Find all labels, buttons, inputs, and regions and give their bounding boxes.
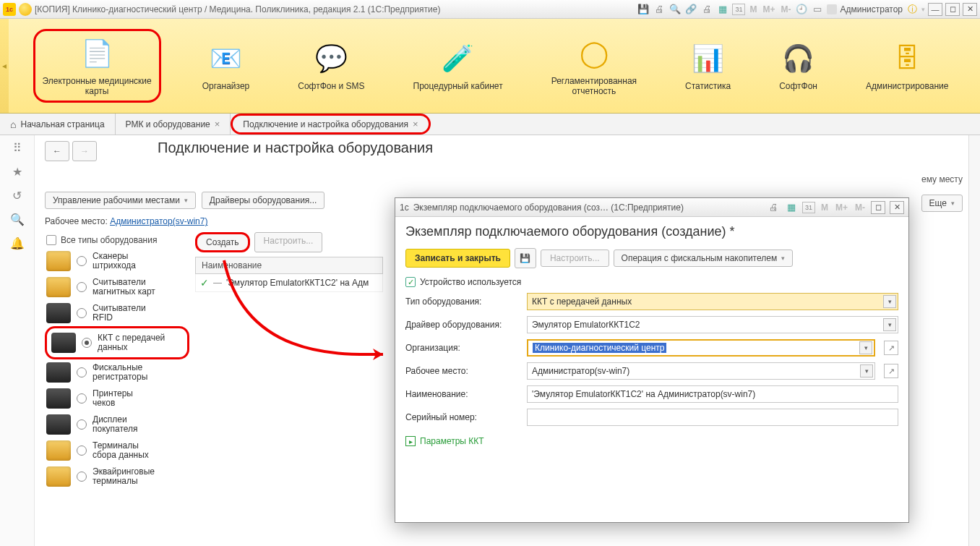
manage-workplaces-button[interactable]: Управление рабочими местами ▾ bbox=[45, 192, 196, 209]
print-icon[interactable]: 🖨 bbox=[768, 201, 781, 214]
module-reporting[interactable]: ◯ Регламентированная отчетность bbox=[544, 31, 644, 101]
module-collapse-left[interactable]: ◂ bbox=[0, 19, 9, 113]
softphone-icon: 🎧 bbox=[781, 40, 817, 77]
configure-button[interactable]: Настроить... bbox=[254, 232, 323, 252]
module-statistics[interactable]: 📊 Статистика bbox=[678, 36, 738, 95]
close-icon[interactable]: × bbox=[413, 119, 418, 129]
organization-select[interactable]: Клинико-диагностический центр ▾ bbox=[527, 339, 875, 357]
link-icon[interactable]: 🔗 bbox=[684, 3, 697, 16]
memory-m-plus[interactable]: M+ bbox=[834, 202, 849, 213]
equipment-type-item[interactable]: Фискальные регистраторы bbox=[45, 359, 189, 385]
search-icon[interactable]: 🔍 bbox=[10, 213, 25, 226]
radio-icon bbox=[77, 308, 87, 318]
save-icon-button[interactable]: 💾 bbox=[515, 248, 536, 268]
memory-m-minus[interactable]: M- bbox=[779, 4, 792, 14]
apps-grid-icon[interactable]: ⠿ bbox=[13, 141, 22, 155]
chevron-down-icon[interactable]: ▾ bbox=[883, 295, 896, 308]
driver-select[interactable]: Эмулятор EmulatorККТ1C2 ▾ bbox=[527, 316, 898, 333]
equipment-thumb-icon bbox=[46, 388, 71, 409]
device-used-checkbox[interactable]: ✓ Устройство используется bbox=[405, 277, 898, 287]
close-button[interactable]: ✕ bbox=[963, 3, 977, 16]
module-softphone[interactable]: 🎧 СофтФон bbox=[772, 36, 825, 95]
all-types-label: Все типы оборудования bbox=[61, 235, 157, 245]
equipment-type-item[interactable]: Считыватели RFID bbox=[45, 300, 189, 326]
chevron-down-icon[interactable]: ▾ bbox=[860, 364, 873, 377]
history-icon[interactable]: ↺ bbox=[12, 189, 22, 202]
module-bar: ◂ 📄 Электронные медицинские карты 📧 Орга… bbox=[0, 19, 980, 114]
notifications-bell-icon[interactable]: 🔔 bbox=[10, 236, 25, 250]
workplace-select[interactable]: Администратор(sv-win7) ▾ bbox=[527, 362, 875, 380]
more-button[interactable]: Еще ▾ bbox=[921, 195, 963, 212]
modal-maximize-button[interactable]: ◻ bbox=[871, 201, 885, 214]
module-organizer[interactable]: 📧 Органайзер bbox=[195, 36, 257, 95]
open-external-icon[interactable]: ↗ bbox=[884, 341, 898, 355]
back-button[interactable]: ← bbox=[45, 141, 69, 161]
drivers-button[interactable]: Драйверы оборудования... bbox=[202, 192, 325, 209]
equipment-type-label: Принтеры чеков bbox=[93, 389, 133, 408]
window-titlebar: 1c [КОПИЯ] Клинико-диагностический центр… bbox=[0, 0, 980, 19]
equipment-type-label: Сканеры штрихкода bbox=[93, 252, 136, 270]
scrollbar[interactable] bbox=[968, 135, 980, 546]
minimize-button[interactable]: — bbox=[928, 3, 942, 16]
calendar-icon[interactable]: 31 bbox=[732, 4, 745, 15]
tab-equipment-setup[interactable]: Подключение и настройка оборудования × bbox=[231, 114, 430, 135]
module-procedures[interactable]: 🧪 Процедурный кабинет bbox=[406, 36, 510, 95]
fiscal-operation-button[interactable]: Операция с фискальным накопителем ▾ bbox=[614, 249, 794, 267]
memory-m-plus[interactable]: M+ bbox=[761, 4, 776, 14]
equipment-type-item[interactable]: Эквайринговые терминалы bbox=[45, 464, 189, 490]
left-rail: ⠿ ★ ↺ 🔍 🔔 bbox=[0, 135, 35, 546]
radio-icon bbox=[77, 393, 87, 404]
memory-m[interactable]: M bbox=[820, 202, 830, 213]
table-icon[interactable]: ▦ bbox=[716, 3, 729, 16]
equipment-type-item[interactable]: Считыватели магнитных карт bbox=[45, 274, 189, 300]
row-text: 'Эмулятор EmulatorККТ1C2' на Адм bbox=[226, 278, 369, 288]
maximize-button[interactable]: ◻ bbox=[945, 3, 960, 16]
save-icon[interactable]: 💾 bbox=[637, 3, 650, 16]
favorites-star-icon[interactable]: ★ bbox=[12, 165, 22, 179]
table-row[interactable]: ✓ — 'Эмулятор EmulatorККТ1C2' на Адм bbox=[195, 274, 383, 292]
logo-1c-icon: 1c bbox=[400, 202, 409, 213]
print2-icon[interactable]: 🖨 bbox=[700, 3, 713, 16]
tab-home[interactable]: ⌂ Начальная страница bbox=[0, 114, 116, 135]
equipment-type-item[interactable]: ККТ с передачей данных bbox=[50, 330, 184, 356]
all-types-checkbox[interactable]: Все типы оборудования bbox=[45, 232, 189, 248]
btn-label: Операция с фискальным накопителем bbox=[622, 253, 778, 263]
equipment-type-label: Считыватели магнитных карт bbox=[93, 278, 155, 297]
kkt-params-link[interactable]: ▸ Параметры ККТ bbox=[405, 436, 898, 446]
forward-button[interactable]: → bbox=[72, 141, 97, 161]
calendar-icon[interactable]: 31 bbox=[802, 202, 815, 213]
close-icon[interactable]: × bbox=[215, 119, 220, 129]
equipment-type-item[interactable]: Сканеры штрихкода bbox=[45, 248, 189, 274]
module-softphone-sms[interactable]: 💬 СофтФон и SMS bbox=[291, 36, 371, 95]
name-input[interactable]: 'Эмулятор EmulatorККТ1C2' на Администрат… bbox=[527, 385, 898, 403]
panel-icon[interactable]: ▭ bbox=[811, 3, 824, 16]
reporting-icon: ◯ bbox=[576, 35, 612, 72]
radio-icon bbox=[77, 419, 87, 430]
module-medical-cards[interactable]: 📄 Электронные медицинские карты bbox=[33, 29, 161, 103]
chevron-down-icon[interactable]: ▾ bbox=[859, 341, 872, 354]
tab-rmk[interactable]: РМК и оборудование × bbox=[116, 114, 231, 135]
clock-icon[interactable]: 🕘 bbox=[795, 3, 808, 16]
equipment-type-item[interactable]: Принтеры чеков bbox=[45, 385, 189, 411]
memory-m[interactable]: M bbox=[748, 4, 758, 14]
user-area[interactable]: Администратор bbox=[827, 4, 903, 14]
equipment-type-item[interactable]: Дисплеи покупателя bbox=[45, 411, 189, 438]
modal-configure-button[interactable]: Настроить... bbox=[541, 249, 609, 267]
equipment-type-select[interactable]: ККТ с передачей данных ▾ bbox=[527, 293, 898, 310]
module-administration[interactable]: 🗄 Администрирование bbox=[859, 36, 955, 95]
print-icon[interactable]: 🖨 bbox=[653, 3, 666, 16]
serial-input[interactable] bbox=[527, 409, 898, 426]
modal-close-button[interactable]: ✕ bbox=[890, 201, 904, 214]
create-button[interactable]: Создать bbox=[195, 232, 250, 252]
chevron-down-icon[interactable]: ▾ bbox=[883, 318, 896, 331]
workplace-link[interactable]: Администратор(sv-win7) bbox=[110, 216, 207, 226]
equipment-type-item[interactable]: Терминалы сбора данных bbox=[45, 438, 189, 464]
btn-label: Драйверы оборудования... bbox=[210, 195, 317, 205]
memory-m-minus[interactable]: M- bbox=[854, 202, 867, 213]
info-icon[interactable]: ⓘ bbox=[906, 3, 919, 16]
search-icon[interactable]: 🔍 bbox=[669, 3, 682, 16]
table-icon[interactable]: ▦ bbox=[785, 201, 798, 214]
open-external-icon[interactable]: ↗ bbox=[884, 364, 898, 378]
save-and-close-button[interactable]: Записать и закрыть bbox=[405, 249, 510, 268]
btn-label: Управление рабочими местами bbox=[53, 195, 180, 205]
